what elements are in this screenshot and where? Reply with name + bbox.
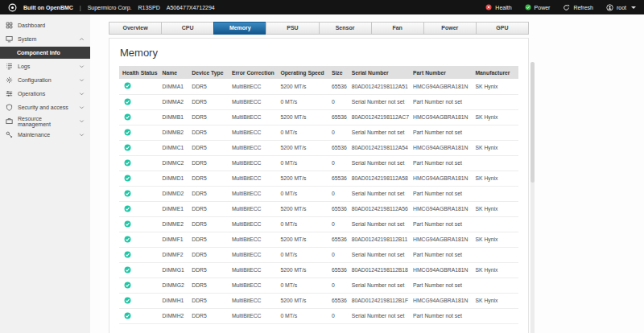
sidebar-item-logs[interactable]: Logs [0,60,90,73]
device-type-cell: DDR5 [188,216,229,232]
operating-speed-cell: 0 MT/s [277,125,328,140]
sidebar-item-label: Configuration [18,77,74,83]
table-row-dimmg2: DIMMG2DDR5MultiBitECC0 MT/s0Serial Numbe… [119,278,518,293]
size-cell: 65536 [328,293,349,308]
device-type-cell: DDR5 [188,94,229,109]
company-label: Supermicro Corp. [88,5,132,10]
logs-icon [6,63,13,70]
manufacturer-cell [472,247,518,262]
operating-speed-cell: 0 MT/s [277,155,328,171]
serial-number-cell: 80AD01242198112B18 [349,262,410,278]
operating-speed-cell: 0 MT/s [277,94,328,109]
operating-speed-cell: 5200 MT/s [277,262,328,278]
error-correction-cell: MultiBitECC [229,140,278,155]
user-icon [606,4,613,11]
name-cell: DIMMG1 [159,262,189,278]
name-cell: DIMMF1 [159,232,189,247]
part-number-cell: Part Number not set [410,247,472,262]
manufacturer-cell [472,125,518,140]
health-status-cell [119,140,159,155]
serial-number-cell: 80AD01242198112AC7 [349,109,410,125]
part-number-cell: Part Number not set [410,308,472,323]
security-icon [6,104,13,111]
tab-psu[interactable]: PSU [266,22,319,35]
user-menu-button[interactable]: root [606,4,636,11]
table-row-dimme2: DIMME2DDR5MultiBitECC0 MT/s0Serial Numbe… [119,216,518,232]
health-ok-icon [124,175,131,182]
tab-fan[interactable]: Fan [371,22,424,35]
tab-cpu[interactable]: CPU [161,22,214,35]
error-correction-cell: MultiBitECC [229,109,278,125]
power-status-button[interactable]: Power [525,4,551,10]
name-cell: DIMMA1 [159,79,189,94]
operating-speed-cell: 0 MT/s [277,308,328,323]
sidebar-item-operations[interactable]: Operations [0,87,90,101]
tab-gpu[interactable]: GPU [476,22,529,35]
power-on-icon [525,4,531,10]
size-cell: 0 [328,125,349,140]
device-type-cell: DDR5 [188,232,229,247]
column-header-name: Name [159,66,189,79]
refresh-button[interactable]: Refresh [563,4,593,11]
sidebar-item-configuration[interactable]: Configuration [0,73,90,87]
refresh-icon [563,4,570,11]
sidebar-item-dashboard[interactable]: Dashboard [0,18,90,32]
name-cell: DIMME1 [159,201,189,216]
tab-bar: OverviewCPUMemoryPSUSensorFanPowerGPU [109,22,529,35]
maintenance-icon [6,131,13,138]
health-status-button[interactable]: Health [485,4,511,10]
table-row-dimmc1: DIMMC1DDR5MultiBitECC5200 MT/s6553680AD0… [119,140,518,155]
name-cell: DIMMC2 [159,155,189,171]
column-header-operating-speed: Operating Speed [277,66,328,79]
sidebar-item-security-and-access[interactable]: Security and access [0,101,90,114]
serial-number-cell: Serial Number not set [349,94,410,109]
name-cell: DIMMG2 [159,278,189,293]
tab-sensor[interactable]: Sensor [319,22,372,35]
operating-speed-cell: 0 MT/s [277,186,328,201]
sidebar-item-component-info[interactable]: Component Info [0,47,90,59]
header-actions: Health Power Refresh root [473,4,636,11]
serial-label: A506477X4712294 [167,5,215,10]
device-type-cell: DDR5 [188,186,229,201]
chevron-down-icon [631,6,636,9]
chevron-down-icon [79,91,85,97]
serial-number-cell: 80AD01242198112B11 [349,232,410,247]
sidebar-item-maintenance[interactable]: Maintenance [0,128,90,142]
sidebar-item-system[interactable]: System [0,32,90,46]
health-ok-icon [124,266,131,273]
part-number-cell: Part Number not set [410,216,472,232]
tab-power[interactable]: Power [423,22,477,35]
device-type-cell: DDR5 [188,201,229,216]
error-correction-cell: MultiBitECC [229,125,278,140]
name-cell: DIMMC1 [159,140,189,155]
table-row-dimmc2: DIMMC2DDR5MultiBitECC0 MT/s0Serial Numbe… [119,155,518,171]
chevron-down-icon [79,77,85,83]
error-correction-cell: MultiBitECC [229,79,278,94]
table-row-dimma1: DIMMA1DDR5MultiBitECC5200 MT/s6553680AD0… [119,79,518,94]
sidebar-item-resource-management[interactable]: Resource management [0,114,90,128]
chevron-up-icon [79,36,85,42]
error-correction-cell: MultiBitECC [229,171,278,186]
vertical-scrollbar[interactable] [530,62,535,333]
operating-speed-cell: 5200 MT/s [277,171,328,186]
openbmc-logo-icon[interactable] [8,3,17,12]
tab-overview[interactable]: Overview [109,22,162,35]
health-label: Health [495,5,511,10]
scrollbar-thumb[interactable] [530,62,535,183]
operating-speed-cell: 5200 MT/s [277,140,328,155]
column-header-size: Size [328,66,349,79]
tab-memory[interactable]: Memory [213,22,266,35]
screen: Built on OpenBMC | Supermicro Corp. R13S… [0,0,644,333]
health-ok-icon [124,220,131,228]
part-number-cell: HMCG94AGBRA181N [410,171,472,186]
operating-speed-cell: 0 MT/s [277,216,328,232]
column-header-part-number: Part Number [410,66,472,79]
size-cell: 0 [328,308,349,323]
name-cell: DIMMF2 [159,247,189,262]
size-cell: 65536 [328,232,349,247]
serial-number-cell: 80AD01242198112A54 [349,140,410,155]
sidebar-item-label: Security and access [18,105,74,110]
serial-number-cell: Serial Number not set [349,216,410,232]
sidebar: DashboardSystemComponent InfoLogsConfigu… [0,14,90,333]
device-type-cell: DDR5 [188,171,229,186]
